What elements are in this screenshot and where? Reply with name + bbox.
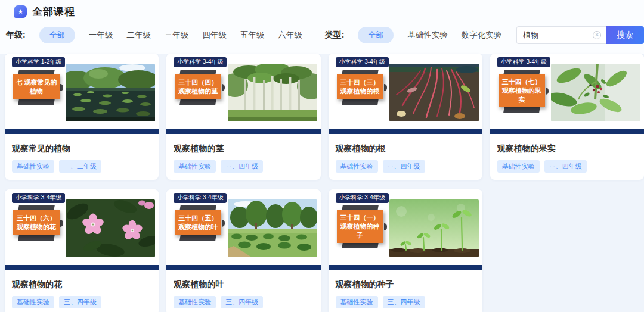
course-card-plant-stems[interactable]: 小学科学 3-4年级 三十四（四） 观察植物的茎 xyxy=(166,54,320,180)
course-grid: 小学科学 1-2年级 七 观察常见的 植物 xyxy=(0,54,644,312)
course-photo-roots xyxy=(389,64,479,121)
card-body: 观察植物的种子 基础性实验 三、四年级 xyxy=(329,270,482,312)
course-grade-tag: 三、四年级 xyxy=(59,296,101,308)
tag-row: 基础性实验 三、四年级 xyxy=(174,296,313,308)
course-thumbnail: 小学科学 1-2年级 七 观察常见的 植物 xyxy=(5,54,159,129)
course-type-tag: 基础性实验 xyxy=(336,160,378,173)
clapper-notch xyxy=(546,88,549,95)
type-option-digital[interactable]: 数字化实验 xyxy=(462,30,502,40)
course-thumbnail: 小学科学 3-4年级 三十四（三） 观察植物的根 xyxy=(329,54,482,129)
courses-app-icon: ★ xyxy=(14,5,27,18)
course-grade-tag: 三、四年级 xyxy=(221,160,263,173)
course-type-tag: 基础性实验 xyxy=(336,296,378,308)
course-level-badge: 小学科学 3-4年级 xyxy=(12,193,65,203)
card-divider xyxy=(490,129,644,134)
card-body: 观察植物的根 基础性实验 三、四年级 xyxy=(329,134,482,180)
type-option-basic[interactable]: 基础性实验 xyxy=(407,30,448,40)
course-card-plant-roots[interactable]: 小学科学 3-4年级 三十四（三） 观察植物的根 xyxy=(329,54,482,180)
grade-option-1[interactable]: 一年级 xyxy=(89,30,113,40)
search-area: ✕ 搜索 xyxy=(516,26,644,44)
clapper-bottom-bar xyxy=(18,235,55,241)
course-thumbnail: 小学科学 3-4年级 三十四（六） 观察植物的花 xyxy=(5,189,159,265)
clapper-notch xyxy=(384,84,387,91)
grade-option-all[interactable]: 全部 xyxy=(39,27,75,43)
course-grade-tag: 一、二年级 xyxy=(59,160,101,173)
lesson-label: 三十四（一） 观察植物的种子 xyxy=(337,210,383,243)
search-button[interactable]: 搜索 xyxy=(606,26,644,44)
course-card-plant-leaves[interactable]: 小学科学 3-4年级 三十四（五） 观察植物的叶 xyxy=(166,189,320,312)
card-divider xyxy=(166,265,320,270)
course-photo-palms xyxy=(228,64,317,121)
course-title: 观察植物的果实 xyxy=(497,143,637,154)
slide-clapper: 七 观察常见的 植物 xyxy=(13,70,60,105)
tag-row: 基础性实验 一、二年级 xyxy=(12,160,151,173)
clapper-bottom-bar xyxy=(342,99,379,105)
tag-row: 基础性实验 三、四年级 xyxy=(336,160,475,173)
course-title: 观察植物的种子 xyxy=(336,279,475,290)
search-box: ✕ xyxy=(516,26,606,44)
card-divider xyxy=(329,129,482,134)
clapper-bottom-bar xyxy=(342,242,379,248)
course-level-badge: 小学科学 3-4年级 xyxy=(336,57,389,67)
lesson-label: 三十四（五） 观察植物的叶 xyxy=(175,210,221,235)
grade-option-3[interactable]: 三年级 xyxy=(165,30,189,40)
tag-row: 基础性实验 三、四年级 xyxy=(174,160,313,173)
course-title: 观察植物的根 xyxy=(336,143,475,154)
page-header: ★ 全部课程 年级: 全部 一年级 二年级 三年级 四年级 五年级 六年级 类型… xyxy=(0,0,644,54)
card-divider xyxy=(166,129,320,134)
card-divider xyxy=(329,265,482,270)
card-body: 观察植物的花 基础性实验 三、四年级 xyxy=(5,270,159,312)
lesson-label: 三十四（七） 观察植物的果实 xyxy=(499,74,545,107)
card-divider xyxy=(5,129,159,134)
grade-option-4[interactable]: 四年级 xyxy=(202,30,227,40)
clapper-notch xyxy=(222,84,225,91)
course-type-tag: 基础性实验 xyxy=(174,160,216,173)
filter-bar: 年级: 全部 一年级 二年级 三年级 四年级 五年级 六年级 类型: 全部 基础… xyxy=(6,26,644,44)
card-body: 观察常见的植物 基础性实验 一、二年级 xyxy=(5,134,159,180)
clapper-notch xyxy=(60,220,63,227)
course-level-badge: 小学科学 1-2年级 xyxy=(12,57,65,67)
grade-filter-group: 年级: 全部 一年级 二年级 三年级 四年级 五年级 六年级 xyxy=(6,27,302,43)
course-level-badge: 小学科学 3-4年级 xyxy=(174,57,227,67)
grade-option-5[interactable]: 五年级 xyxy=(240,30,265,40)
course-card-plant-fruits[interactable]: 小学科学 3-4年级 三十四（七） 观察植物的果实 xyxy=(490,54,644,180)
grade-option-2[interactable]: 二年级 xyxy=(126,30,151,40)
title-row: ★ 全部课程 xyxy=(14,4,644,18)
course-title: 观察植物的叶 xyxy=(174,279,313,290)
course-thumbnail: 小学科学 3-4年级 三十四（五） 观察植物的叶 xyxy=(166,189,320,265)
course-card-common-plants[interactable]: 小学科学 1-2年级 七 观察常见的 植物 xyxy=(5,54,159,180)
clapper-bottom-bar xyxy=(179,235,216,241)
course-level-badge: 小学科学 3-4年级 xyxy=(174,193,227,203)
course-photo-trees xyxy=(228,199,317,257)
course-type-tag: 基础性实验 xyxy=(497,160,540,173)
course-title: 观察植物的花 xyxy=(12,279,151,290)
course-grade-tag: 三、四年级 xyxy=(383,160,425,173)
tag-row: 基础性实验 三、四年级 xyxy=(336,296,475,308)
clapper-notch xyxy=(60,84,63,91)
course-card-plant-flowers[interactable]: 小学科学 3-4年级 三十四（六） 观察植物的花 xyxy=(5,189,159,312)
clear-search-icon[interactable]: ✕ xyxy=(593,31,601,39)
course-card-plant-seeds[interactable]: 小学科学 3-4年级 三十四（一） 观察植物的种子 xyxy=(329,189,482,312)
course-level-badge: 小学科学 3-4年级 xyxy=(497,57,550,67)
clapper-bottom-bar xyxy=(503,107,540,113)
course-grade-tag: 三、四年级 xyxy=(221,296,263,308)
clapper-bottom-bar xyxy=(18,99,55,105)
course-type-tag: 基础性实验 xyxy=(12,160,54,173)
card-body: 观察植物的叶 基础性实验 三、四年级 xyxy=(166,270,320,312)
card-body: 观察植物的茎 基础性实验 三、四年级 xyxy=(166,134,320,180)
course-grade-tag: 三、四年级 xyxy=(544,160,587,173)
course-title: 观察植物的茎 xyxy=(174,143,313,154)
lesson-label: 三十四（四） 观察植物的茎 xyxy=(175,74,221,99)
type-option-all[interactable]: 全部 xyxy=(358,27,394,43)
clapper-bottom-bar xyxy=(179,99,216,105)
course-photo-pond xyxy=(66,64,155,121)
slide-clapper: 三十四（六） 观察植物的花 xyxy=(13,205,60,241)
clapper-notch xyxy=(384,223,387,230)
star-icon: ★ xyxy=(18,8,24,15)
page-title: 全部课程 xyxy=(32,5,75,18)
slide-clapper: 三十四（一） 观察植物的种子 xyxy=(336,205,384,248)
type-filter-group: 类型: 全部 基础性实验 数字化实验 xyxy=(325,27,502,43)
grade-option-6[interactable]: 六年级 xyxy=(278,30,302,40)
course-photo-flowers xyxy=(66,199,155,257)
course-thumbnail: 小学科学 3-4年级 三十四（一） 观察植物的种子 xyxy=(329,189,482,265)
